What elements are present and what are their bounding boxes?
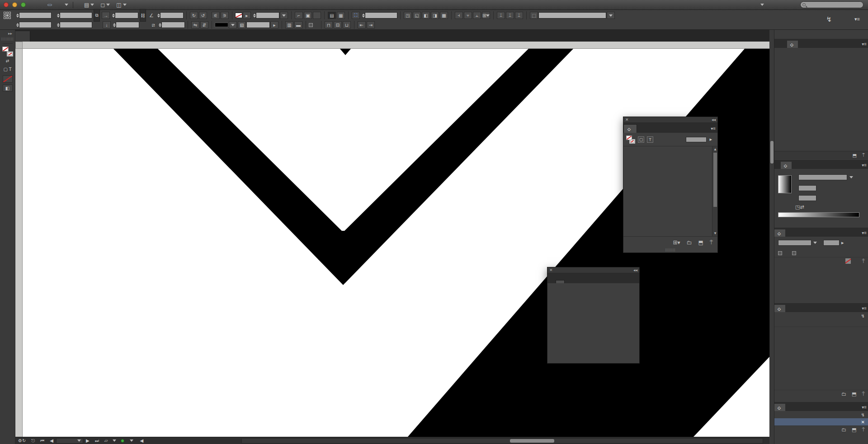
scrollbar-thumb[interactable]	[770, 141, 774, 164]
distribute-bottom-button[interactable]: ⌶	[515, 12, 523, 19]
formatting-affects-text-toggle[interactable]: T	[647, 136, 653, 143]
fill-proxy-swatch[interactable]	[2, 47, 9, 51]
stroke-type-preview[interactable]	[215, 23, 228, 27]
tint-flyout-icon[interactable]: ▸	[709, 136, 712, 142]
select-container-button[interactable]: ⚟	[212, 12, 220, 19]
height-field[interactable]	[60, 22, 92, 28]
reverse-gradient-icon[interactable]: ◳⇄	[795, 204, 804, 210]
fit-content-proportionally-button[interactable]: ◱	[413, 12, 421, 19]
panel-menu-icon[interactable]: ▾≡	[711, 126, 716, 131]
stroke-proxy-swatch[interactable]	[7, 51, 13, 56]
rotate-90-ccw-button[interactable]: ↺	[199, 12, 207, 19]
distribute-center-button[interactable]: ⌶	[506, 12, 514, 19]
effects-fx-button[interactable]	[313, 12, 321, 19]
trash-icon[interactable]: ⍑	[862, 427, 865, 433]
vertical-ruler[interactable]	[15, 49, 23, 437]
close-icon[interactable]: ✕	[625, 117, 629, 122]
panel-menu-icon[interactable]: ▾≡	[862, 42, 867, 48]
scroll-up-icon[interactable]: ▲	[713, 147, 717, 151]
share-icon[interactable]: ⎋	[31, 438, 35, 444]
stroke-type-dropdown[interactable]	[229, 21, 237, 28]
ruler-origin-corner[interactable]	[15, 42, 23, 49]
autofit-checkbox[interactable]	[309, 23, 313, 27]
wrap-jump-to-next-button[interactable]: ▬	[294, 21, 302, 28]
rotation-field[interactable]	[160, 12, 184, 19]
next-page-icon[interactable]: ▶	[86, 438, 90, 443]
fit-content-to-frame-button[interactable]: ◨	[431, 12, 439, 19]
panel-menu-icon[interactable]: ▾≡	[862, 306, 867, 312]
gradient-angle-field[interactable]	[798, 185, 816, 191]
first-page-icon[interactable]: ⏮	[40, 438, 44, 444]
y-field[interactable]	[19, 22, 52, 28]
align-left-button[interactable]: ⫞	[455, 12, 463, 19]
scale-x-field[interactable]	[115, 12, 138, 19]
tab-farbfelder[interactable]: ◇	[623, 124, 637, 133]
scroll-down-icon[interactable]: ▼	[713, 231, 717, 235]
previous-page-icon[interactable]: ◀	[50, 438, 53, 443]
window-zoom-button[interactable]	[21, 2, 26, 7]
swatch-views-icon[interactable]: ⊞▾	[673, 239, 680, 246]
new-style-icon[interactable]: ⬒	[852, 427, 856, 433]
collapse-icon[interactable]: ◂◂	[633, 268, 637, 272]
quick-apply-lightning-icon[interactable]: ↯	[826, 15, 832, 23]
quick-apply-lightning-icon[interactable]: ↯	[861, 313, 865, 318]
drop-shadow-button[interactable]: ▣	[304, 12, 312, 19]
arrange-documents-button[interactable]: ◫	[116, 2, 126, 8]
collapse-icon[interactable]: ◂◂	[712, 117, 716, 122]
fill-stroke-proxy[interactable]	[2, 47, 13, 56]
trash-icon[interactable]: ⍑	[862, 258, 865, 264]
anchor-point-handle[interactable]	[342, 231, 344, 234]
opacity-field[interactable]	[246, 22, 270, 28]
reference-point-proxy[interactable]	[4, 12, 11, 19]
clear-effects-icon[interactable]	[845, 258, 851, 264]
collapse-panel-icon[interactable]: ▸▸	[8, 31, 12, 36]
panel-menu-icon[interactable]: ▾≡	[862, 230, 867, 237]
width-field[interactable]	[60, 12, 92, 19]
corner-options-button[interactable]: ⌐	[295, 12, 303, 19]
tab-verlauf[interactable]: ◇	[781, 162, 792, 169]
space-v-button[interactable]: ⇥	[367, 21, 375, 28]
anchor-point-handle[interactable]	[318, 257, 321, 260]
paragraph-style-item[interactable]	[774, 319, 868, 327]
tab-absatzformate[interactable]: ◇	[774, 305, 785, 312]
trash-icon[interactable]: ⍑	[710, 239, 713, 246]
stroke-weight-dropdown[interactable]	[280, 12, 288, 19]
swatch-scrollbar[interactable]: ▲ ▼	[712, 146, 717, 236]
x-field[interactable]	[19, 12, 52, 19]
control-panel-menu-icon[interactable]: ▾≡	[854, 16, 860, 22]
stroke-color-flyout[interactable]: ▸	[243, 12, 251, 19]
canvas-vertical-scrollbar[interactable]	[769, 49, 774, 437]
scroll-left-icon[interactable]: ◀	[140, 438, 143, 443]
trash-icon[interactable]: ⍑	[862, 391, 865, 397]
constrain-scale-chain-icon[interactable]: ⛓	[140, 9, 146, 22]
tab-effekte[interactable]: ◇	[774, 229, 785, 237]
tint-slider[interactable]	[686, 137, 707, 142]
flip-vertical-button[interactable]: ⇵	[200, 21, 208, 28]
object-style-arrow[interactable]	[607, 12, 615, 19]
fill-frame-proportionally-button[interactable]: ◳	[404, 12, 412, 19]
wrap-bounding-box-button[interactable]: ▦	[337, 12, 345, 19]
gap-field[interactable]	[365, 12, 397, 19]
panel-grip[interactable]: |||||||||	[1, 37, 14, 41]
tab-ebenen[interactable]: ◇	[787, 41, 798, 48]
gradient-thumbnail[interactable]	[778, 175, 792, 193]
style-group-folder-icon[interactable]: 🗀	[841, 427, 846, 433]
wrap-jump-button[interactable]: ▥	[285, 21, 293, 28]
formatting-affects-toggle[interactable]: ▢ T	[2, 65, 14, 74]
tab-pathfinder[interactable]	[556, 280, 565, 283]
new-swatch-icon[interactable]: ⬒	[698, 239, 703, 246]
quick-apply-lightning-icon[interactable]: ↯	[861, 412, 865, 417]
opacity-flyout-icon[interactable]: ▸	[841, 240, 844, 246]
style-group-folder-icon[interactable]: 🗀	[841, 391, 846, 397]
panel-menu-icon[interactable]: ▾≡	[862, 405, 867, 411]
preflight-doc-icon[interactable]: ▱	[104, 438, 108, 443]
tab-zeichenformate[interactable]: ◇	[774, 404, 785, 411]
rotate-90-cw-button[interactable]: ↻	[190, 12, 198, 19]
stroke-color-none-swatch[interactable]	[235, 13, 242, 18]
new-color-group-icon[interactable]: 🗀	[686, 239, 692, 246]
blend-mode-dropdown[interactable]	[778, 240, 811, 246]
opacity-flyout[interactable]: ▸	[270, 21, 278, 28]
flip-horizontal-button[interactable]: ⇋	[191, 21, 199, 28]
canvas-horizontal-scrollbar[interactable]	[241, 438, 763, 444]
align-options-button[interactable]: ⊞	[482, 12, 490, 19]
